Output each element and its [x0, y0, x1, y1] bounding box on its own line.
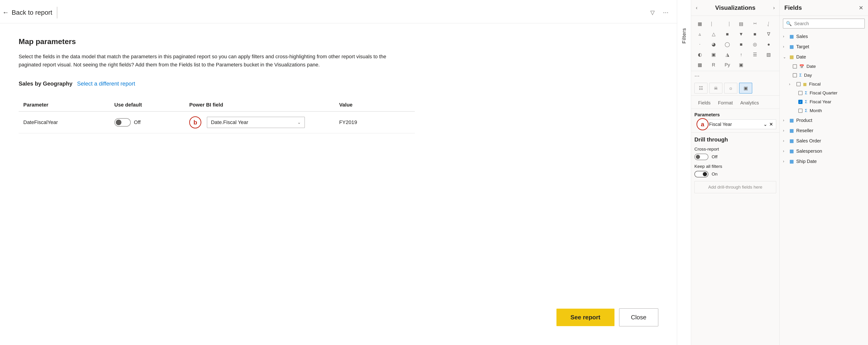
checkbox-day[interactable]: [793, 73, 797, 77]
checkbox-fiscal[interactable]: [797, 82, 801, 86]
viz-icon-slicer[interactable]: ☰: [750, 50, 761, 59]
subitem-label-day: Day: [804, 73, 812, 78]
report-label-row: Sales by Geography Select a different re…: [19, 80, 658, 87]
more-options-button[interactable]: ⋯: [661, 8, 670, 17]
viz-icon-100-bar[interactable]: ⎹: [722, 19, 733, 28]
tree-item-product[interactable]: › ▦ Product: [780, 115, 868, 125]
viz-expand-button[interactable]: ›: [773, 5, 775, 11]
viz-special-row: ☷ ☠ ☼ ▣: [691, 81, 779, 95]
tree-subitem-month[interactable]: Σ Month: [780, 106, 868, 115]
viz-icon-matrix[interactable]: ▩: [694, 60, 705, 69]
viz-icon-python[interactable]: Py: [722, 60, 733, 69]
viz-icon-treemap[interactable]: ■: [736, 40, 747, 49]
viz-icon-ribbon[interactable]: ▼: [736, 29, 747, 39]
viz-table-icon-active[interactable]: ▣: [739, 83, 752, 93]
viz-icon-scatter[interactable]: ⋅: [694, 40, 705, 49]
tree-item-ship-date[interactable]: › ▦ Ship Date: [780, 156, 868, 167]
drill-through-title: Drill through: [694, 136, 776, 143]
viz-icon-donut[interactable]: ◯: [722, 40, 733, 49]
table-icon-product: ▦: [789, 117, 794, 123]
tree-item-sales[interactable]: › ▦ Sales: [780, 31, 868, 41]
viz-icon-clustered-bar[interactable]: ▤: [736, 19, 747, 28]
viz-icon-multi-row[interactable]: ◮: [722, 50, 733, 59]
chevron-right-fiscal: ›: [789, 82, 793, 86]
viz-icon-waterfall[interactable]: ■: [750, 29, 761, 39]
viz-icon-funnel[interactable]: ∇: [763, 29, 774, 39]
tree-item-date[interactable]: ⌄ ▦ Date: [780, 52, 868, 62]
tab-analytics[interactable]: Analytics: [737, 98, 763, 109]
back-to-report-label: Back to report: [12, 9, 52, 16]
viz-icon-stacked-col[interactable]: ⎶: [750, 19, 761, 28]
viz-more-icons[interactable]: ⋯: [691, 71, 779, 81]
tab-fields[interactable]: Fields: [694, 98, 714, 109]
viz-icon-line[interactable]: ▵: [694, 29, 705, 39]
tree-label-date: Date: [796, 54, 806, 60]
close-button[interactable]: Close: [619, 308, 658, 326]
search-input[interactable]: [794, 21, 862, 26]
table-icon-sales: ▦: [789, 34, 794, 39]
viz-icon-paginated[interactable]: ▣: [736, 60, 747, 69]
tree-item-target[interactable]: › ▦ Target: [780, 41, 868, 52]
select-different-link[interactable]: Select a different report: [77, 80, 135, 87]
cross-report-toggle[interactable]: [694, 154, 708, 160]
viz-icon-area[interactable]: △: [708, 29, 719, 39]
tab-format[interactable]: Format: [714, 98, 736, 109]
viz-icon-stacked-bar[interactable]: ▦: [694, 19, 705, 28]
chevron-down-icon-date: ⌄: [783, 55, 787, 59]
chevron-right-product: ›: [783, 118, 787, 122]
viz-collapse-button[interactable]: ‹: [696, 5, 698, 11]
dialog-title: Map parameters: [19, 37, 658, 46]
bucket-field-chevron-down[interactable]: ⌄: [763, 121, 767, 127]
tree-item-salesperson[interactable]: › ▦ Salesperson: [780, 146, 868, 156]
tree-subitem-date-field[interactable]: 📅 Date: [780, 62, 868, 71]
viz-icon-100-col[interactable]: ⎷: [763, 19, 774, 28]
viz-special-icon-2[interactable]: ☠: [709, 83, 722, 93]
viz-icon-card[interactable]: ▣: [708, 50, 719, 59]
checkbox-date[interactable]: [793, 64, 797, 68]
viz-special-icon-1[interactable]: ☷: [694, 83, 708, 93]
viz-icon-bar-chart[interactable]: ⎸: [708, 19, 719, 28]
bucket-field-remove[interactable]: ✕: [769, 121, 773, 127]
viz-panel-header: ‹ Visualizations ›: [691, 0, 779, 16]
tree-item-date-expanded: ⌄ ▦ Date 📅 Date Σ Day › ▦ Fiscal: [780, 52, 868, 115]
bucket-field-text: Fiscal Year: [709, 122, 732, 127]
filters-sidebar: Filters: [677, 0, 691, 345]
use-default-toggle[interactable]: [115, 118, 131, 126]
viz-icon-map[interactable]: ◎: [750, 40, 761, 49]
dialog-description: Select the fields in the data model that…: [19, 53, 392, 69]
dropdown-arrow-icon: ⌄: [297, 120, 301, 125]
power-bi-field-cell: b Date.Fiscal Year ⌄: [185, 111, 334, 133]
viz-icon-kpi[interactable]: ↑: [736, 50, 747, 59]
tree-subitem-fiscal-quarter[interactable]: Σ Fiscal Quarter: [780, 89, 868, 97]
toggle-label: Off: [134, 119, 141, 125]
viz-icon-pie[interactable]: ◕: [708, 40, 719, 49]
field-dropdown[interactable]: Date.Fiscal Year ⌄: [207, 117, 305, 128]
tree-subitem-fiscal-year[interactable]: ✓ Σ Fiscal Year: [780, 97, 868, 106]
viz-icon-table[interactable]: ▧: [763, 50, 774, 59]
tree-subitem-fiscal[interactable]: › ▦ Fiscal: [780, 80, 868, 89]
tree-subitem-day[interactable]: Σ Day: [780, 71, 868, 80]
back-to-report-link[interactable]: ← Back to report: [2, 9, 52, 16]
col-header-power-bi-field: Power BI field: [185, 98, 334, 111]
toggle-knob: [116, 120, 121, 125]
filter-icon-button[interactable]: ▽: [649, 8, 656, 17]
keep-filters-toggle[interactable]: [694, 171, 708, 177]
viz-icon-filled-map[interactable]: ●: [763, 40, 774, 49]
viz-panel-title: Visualizations: [715, 4, 755, 11]
checkbox-fiscal-year[interactable]: ✓: [798, 100, 803, 104]
checkbox-month[interactable]: [798, 109, 803, 113]
viz-icon-gauge[interactable]: ◐: [694, 50, 705, 59]
filters-label: Filters: [681, 28, 687, 44]
tree-label-product: Product: [796, 118, 812, 123]
see-report-button[interactable]: See report: [556, 309, 615, 326]
viz-icon-r-visual[interactable]: R: [708, 60, 719, 69]
tree-item-reseller[interactable]: › ▦ Reseller: [780, 125, 868, 136]
fields-close-button[interactable]: ✕: [859, 5, 863, 11]
tree-label-sales: Sales: [796, 34, 808, 39]
tree-item-sales-order[interactable]: › ▦ Sales Order: [780, 136, 868, 146]
viz-icon-line-clustered[interactable]: ■: [722, 29, 733, 39]
checkbox-fiscal-quarter[interactable]: [798, 91, 803, 95]
fields-tree: › ▦ Sales › ▦ Target ⌄ ▦ Date 📅 Date: [780, 31, 868, 345]
viz-special-icon-3[interactable]: ☼: [724, 83, 737, 93]
table-icon-ship-date: ▦: [789, 159, 794, 164]
